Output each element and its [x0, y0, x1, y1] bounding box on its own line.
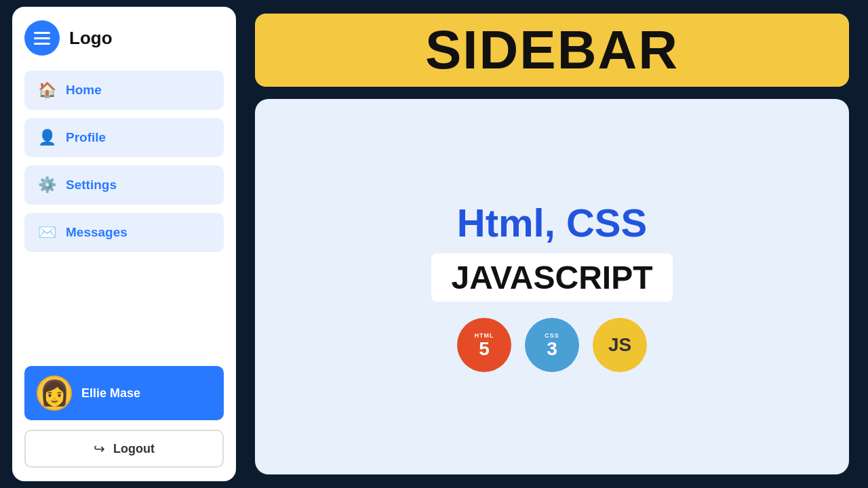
sidebar-item-home-label: Home [66, 83, 102, 98]
user-name: Ellie Mase [81, 386, 140, 401]
settings-icon: ⚙️ [38, 176, 56, 194]
sidebar: Logo 🏠 Home 👤 Profile ⚙️ Settings ✉️ Mes… [12, 7, 236, 481]
hamburger-line-1 [34, 32, 50, 34]
html5-logo: HTML 5 [457, 318, 511, 372]
javascript-banner: JAVASCRIPT [431, 253, 673, 302]
title-banner: SIDEBAR [255, 14, 849, 87]
sidebar-item-messages[interactable]: ✉️ Messages [24, 213, 224, 252]
css3-logo: CSS 3 [525, 318, 579, 372]
css3-number: 3 [547, 340, 557, 359]
hamburger-button[interactable] [24, 20, 60, 56]
js-label: JS [608, 336, 631, 354]
nav-items: 🏠 Home 👤 Profile ⚙️ Settings ✉️ Messages [24, 70, 224, 357]
avatar [37, 375, 72, 411]
logo-text: Logo [69, 28, 113, 49]
hamburger-line-2 [34, 37, 50, 39]
sidebar-item-settings-label: Settings [66, 178, 117, 192]
sidebar-item-home[interactable]: 🏠 Home [24, 70, 224, 110]
avatar-face [38, 377, 71, 409]
logout-label: Logout [113, 442, 155, 456]
js-logo: JS [593, 318, 647, 372]
sidebar-item-profile-label: Profile [66, 130, 106, 145]
hamburger-line-3 [34, 43, 50, 45]
sidebar-item-settings[interactable]: ⚙️ Settings [24, 165, 224, 205]
sidebar-item-messages-label: Messages [66, 225, 127, 240]
tech-card: Html, CSS JAVASCRIPT HTML 5 CSS 3 JS [255, 99, 849, 474]
sidebar-header: Logo [24, 20, 224, 56]
tech-logos: HTML 5 CSS 3 JS [457, 318, 647, 372]
messages-icon: ✉️ [38, 224, 56, 241]
main-content: SIDEBAR Html, CSS JAVASCRIPT HTML 5 CSS … [236, 0, 868, 488]
home-icon: 🏠 [38, 81, 56, 99]
html5-number: 5 [479, 340, 490, 359]
user-card[interactable]: Ellie Mase [24, 366, 224, 420]
logout-icon: ↪ [94, 441, 105, 457]
tech-title: Html, CSS [457, 201, 647, 245]
profile-icon: 👤 [38, 129, 56, 146]
javascript-label: JAVASCRIPT [452, 260, 653, 296]
logout-button[interactable]: ↪ Logout [24, 430, 224, 468]
sidebar-item-profile[interactable]: 👤 Profile [24, 118, 224, 157]
banner-title: SIDEBAR [425, 23, 679, 77]
